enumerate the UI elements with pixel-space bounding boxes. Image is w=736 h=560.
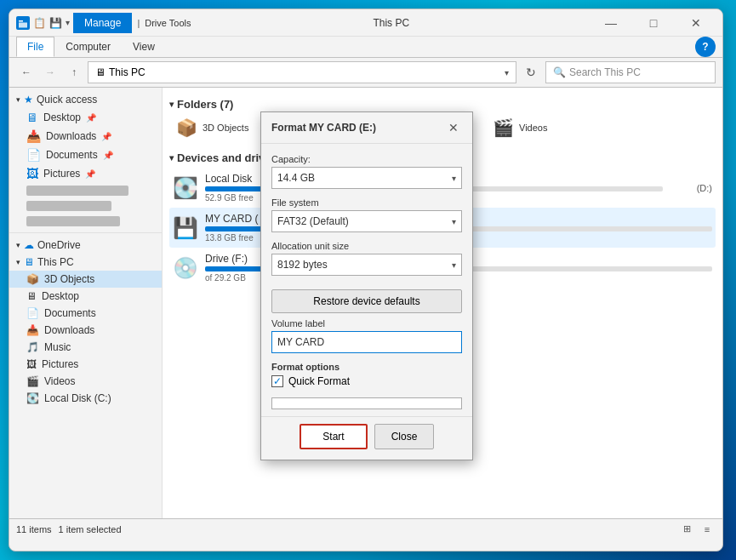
sidebar-item-pictures-pc[interactable]: 🖼 Pictures (9, 356, 162, 373)
sidebar-quick-access-header[interactable]: ▾ ★ Quick access (9, 91, 162, 108)
allocation-value: 8192 bytes (277, 259, 328, 271)
sidebar-item-pictures[interactable]: 🖼 Pictures 📌 (9, 164, 162, 183)
restore-defaults-button[interactable]: Restore device defaults (271, 289, 462, 313)
3d-objects-icon: 📦 (26, 273, 39, 285)
search-icon: 🔍 (553, 66, 566, 78)
tab-view[interactable]: View (122, 37, 166, 57)
sidebar: ▾ ★ Quick access 🖥 Desktop 📌 📥 Downloads… (9, 88, 163, 518)
search-bar[interactable]: 🔍 Search This PC (545, 61, 716, 83)
documents-icon: 📄 (26, 148, 41, 162)
sidebar-item-documents[interactable]: 📄 Documents 📌 (9, 146, 162, 164)
computer-icon: 🖥 (24, 256, 34, 268)
videos-icon: 🎬 (26, 375, 39, 387)
save-icon: 💾 (49, 17, 62, 29)
back-button[interactable]: ← (16, 62, 37, 83)
blurred-item-1 (26, 186, 128, 196)
format-options-header: Format options (271, 362, 462, 372)
quick-format-row: ✓ Quick Format (271, 375, 462, 387)
folder-videos-icon: 🎬 (493, 117, 514, 138)
undo-arrow: ▾ (66, 18, 70, 27)
cloud-icon: ☁ (24, 239, 34, 251)
tab-drive-tools[interactable]: Drive Tools (145, 18, 191, 28)
dialog-title-bar: Format MY CARD (E:) ✕ (261, 112, 472, 144)
downloads-icon-2: 📥 (26, 324, 39, 336)
sidebar-documents-label: Documents (46, 149, 98, 161)
blurred-item-3 (26, 216, 120, 226)
ribbon-tab-group: Manage | Drive Tools (73, 13, 191, 33)
dialog-close-x-button[interactable]: ✕ (445, 119, 462, 136)
desktop-icon: 🖥 (26, 111, 38, 124)
volume-label-input[interactable] (271, 331, 462, 353)
blurred-item-2 (26, 201, 111, 211)
title-bar: 📋 💾 ▾ Manage | Drive Tools This PC — □ ✕ (9, 9, 722, 37)
sidebar-item-downloads[interactable]: 📥 Downloads 📌 (9, 127, 162, 146)
filesystem-arrow-icon: ▾ (452, 217, 456, 226)
tab-manage[interactable]: Manage (73, 13, 132, 33)
up-button[interactable]: ↑ (64, 62, 84, 83)
title-bar-left: 📋 💾 ▾ (16, 16, 70, 30)
window-title: This PC (191, 17, 591, 29)
downloads-icon: 📥 (26, 129, 41, 143)
check-icon: ✓ (273, 375, 282, 387)
sidebar-item-this-pc-desktop[interactable]: 🖥 Desktop (9, 288, 162, 305)
address-input[interactable]: 🖥 This PC ▾ (88, 61, 516, 83)
refresh-button[interactable]: ↻ (520, 61, 542, 83)
chevron-right-icon: ▾ (16, 95, 20, 104)
tab-computer[interactable]: Computer (54, 37, 122, 57)
pictures-icon-2: 🖼 (26, 358, 37, 370)
window-controls: — □ ✕ (591, 11, 716, 35)
drive-d-icon: 💽 (173, 176, 198, 200)
sidebar-item-music[interactable]: 🎵 Music (9, 339, 162, 356)
dialog-close-button[interactable]: Close (374, 424, 434, 449)
search-placeholder: Search This PC (569, 66, 641, 78)
sidebar-local-disk-label: Local Disk (C:) (44, 392, 111, 404)
sidebar-item-blurred-2[interactable] (9, 198, 162, 214)
sidebar-item-local-disk[interactable]: 💽 Local Disk (C:) (9, 390, 162, 407)
sidebar-item-this-pc-documents[interactable]: 📄 Documents (9, 305, 162, 322)
sidebar-this-pc-header[interactable]: ▾ 🖥 This PC (9, 254, 162, 271)
sidebar-3d-objects-label: 3D Objects (44, 273, 94, 285)
sidebar-desktop-label: Desktop (43, 111, 81, 123)
this-pc-label: This PC (37, 256, 74, 268)
drive-f-icon: 💿 (173, 256, 198, 280)
sidebar-item-this-pc-downloads[interactable]: 📥 Downloads (9, 322, 162, 339)
sidebar-item-videos[interactable]: 🎬 Videos (9, 373, 162, 390)
sidebar-item-3d-objects[interactable]: 📦 3D Objects (9, 271, 162, 288)
ribbon: File Computer View ? (9, 37, 722, 58)
sidebar-item-desktop[interactable]: 🖥 Desktop 📌 (9, 108, 162, 127)
pin-icon-3: 📌 (103, 151, 113, 160)
allocation-arrow-icon: ▾ (452, 260, 456, 270)
sidebar-onedrive-header[interactable]: ▾ ☁ OneDrive (9, 237, 162, 254)
maximize-button[interactable]: □ (634, 11, 673, 35)
sidebar-item-blurred-3[interactable] (9, 214, 162, 229)
allocation-select[interactable]: 8192 bytes ▾ (271, 254, 462, 276)
close-window-button[interactable]: ✕ (676, 11, 716, 35)
folder-item-3d[interactable]: 📦 3D Objects (169, 114, 271, 141)
capacity-select[interactable]: 14.4 GB ▾ (271, 167, 462, 189)
quick-format-checkbox[interactable]: ✓ (271, 375, 283, 387)
sidebar-this-pc-desktop-label: Desktop (42, 290, 79, 302)
volume-label-field: Volume label (271, 318, 462, 353)
start-button[interactable]: Start (300, 424, 368, 449)
svg-rect-1 (19, 22, 27, 27)
volume-label-label: Volume label (271, 318, 462, 329)
minimize-button[interactable]: — (591, 11, 630, 35)
star-icon: ★ (24, 94, 33, 106)
folder-item-videos[interactable]: 🎬 Videos (486, 114, 588, 141)
sidebar-item-blurred-1[interactable] (9, 183, 162, 198)
dialog-title: Format MY CARD (E:) (271, 122, 376, 134)
address-path: This PC (109, 66, 145, 78)
folder-videos-name: Videos (519, 123, 547, 133)
filesystem-label: File system (271, 197, 462, 208)
forward-button[interactable]: → (40, 62, 60, 83)
help-button[interactable]: ? (695, 37, 716, 57)
folders-chevron: ▾ (169, 100, 174, 109)
address-bar: ← → ↑ 🖥 This PC ▾ ↻ 🔍 Search This PC (9, 58, 722, 88)
grid-view-button[interactable]: ⊞ (678, 521, 695, 538)
desktop-icon-2: 🖥 (26, 290, 37, 302)
filesystem-select[interactable]: FAT32 (Default) ▾ (271, 210, 462, 232)
music-icon: 🎵 (26, 341, 39, 353)
folder-3d-icon: 📦 (176, 117, 197, 138)
list-view-button[interactable]: ≡ (699, 521, 716, 538)
tab-file[interactable]: File (16, 37, 54, 57)
